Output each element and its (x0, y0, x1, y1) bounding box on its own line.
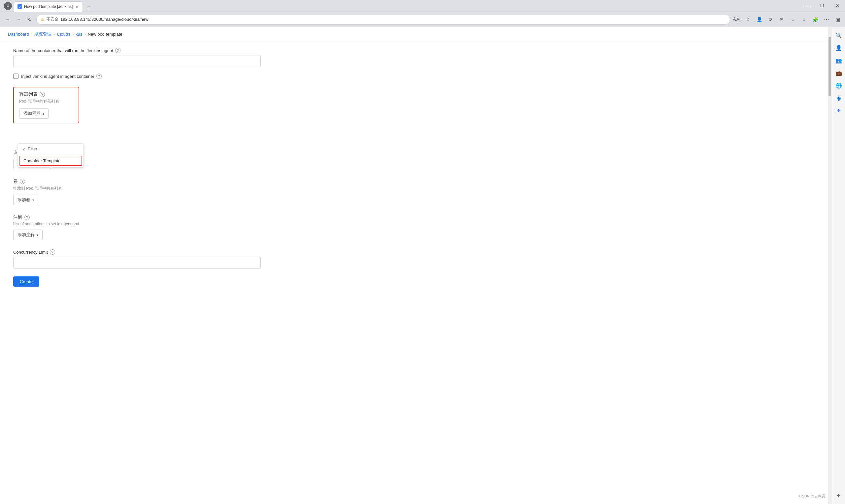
breadcrumb-system[interactable]: 系统管理 (34, 31, 52, 37)
security-warning-icon: ⚠ (40, 17, 45, 22)
annotations-title: 注解 (13, 214, 22, 220)
add-container-label: 添加容器 (23, 110, 40, 116)
forward-button[interactable]: → (14, 15, 23, 24)
inject-checkbox[interactable] (13, 74, 18, 79)
containers-section: 容器列表 ? Pod 代理中的容器列表 添加容器 ▴ (13, 87, 79, 123)
address-bar[interactable]: ⚠ 不安全 192.168.93.145:32000/manage/cloud/… (36, 14, 730, 25)
breadcrumb-sep-1: › (31, 32, 32, 37)
filter-icon: ⊿ (22, 146, 26, 151)
create-button[interactable]: Create (13, 276, 39, 287)
add-container-button[interactable]: 添加容器 ▴ (19, 108, 49, 119)
breadcrumb-dashboard[interactable]: Dashboard (8, 32, 29, 37)
container-name-group: Name of the container that will run the … (13, 48, 267, 67)
containers-help-icon[interactable]: ? (40, 92, 45, 97)
maximize-button[interactable]: ❐ (815, 1, 830, 11)
translate-button[interactable]: Aあ (732, 15, 741, 24)
active-tab[interactable]: J New pod template [Jenkins] ✕ (14, 1, 83, 12)
sidebar-person-button[interactable]: 👤 (833, 42, 844, 53)
more-button[interactable]: ⋯ (822, 15, 831, 24)
scrollbar-thumb[interactable] (828, 37, 831, 96)
inject-help-icon[interactable]: ? (96, 74, 102, 79)
add-volume-label: 添加卷 (17, 197, 30, 203)
breadcrumb-sep-2: › (53, 32, 55, 37)
download-button[interactable]: ↓ (799, 15, 809, 24)
annotations-title-row: 注解 ? (13, 214, 267, 220)
window-controls: — ❐ ✕ (799, 1, 845, 11)
containers-desc: Pod 代理中的容器列表 (19, 98, 73, 104)
user-avatar[interactable]: U (4, 2, 12, 10)
inject-label[interactable]: Inject Jenkins agent in agent container … (21, 74, 102, 79)
add-annotation-label: 添加注解 (17, 232, 35, 238)
container-name-help-icon[interactable]: ? (115, 48, 121, 53)
sidebar-globe-button[interactable]: 🌐 (833, 80, 844, 91)
refresh-account-button[interactable]: ↺ (766, 15, 775, 24)
volumes-section: 卷 ? 挂载到 Pod 代理中的卷列表 添加卷 ▾ (13, 178, 267, 205)
add-volume-button[interactable]: 添加卷 ▾ (13, 195, 38, 205)
concurrency-limit-input[interactable] (13, 257, 261, 269)
breadcrumb-sep-3: › (72, 32, 74, 37)
containers-title-row: 容器列表 ? (19, 91, 73, 97)
tab-close-button[interactable]: ✕ (75, 4, 79, 9)
bookmark-button[interactable]: ☆ (743, 15, 753, 24)
inject-checkbox-row: Inject Jenkins agent in agent container … (13, 74, 267, 79)
content-area: Dashboard › 系统管理 › Clouds › k8s › New po… (0, 27, 828, 504)
annotations-desc: List of annotations to set in agent pod (13, 222, 267, 226)
volumes-help-icon[interactable]: ? (20, 179, 25, 184)
annotations-help-icon[interactable]: ? (24, 215, 30, 220)
dropdown-filter-row: ⊿ Filter (18, 144, 84, 155)
containers-title: 容器列表 (19, 91, 38, 97)
security-label: 不安全 (47, 17, 58, 22)
reload-button[interactable]: ↻ (25, 15, 34, 24)
breadcrumb-k8s[interactable]: k8s (75, 32, 82, 37)
volumes-title-row: 卷 ? (13, 178, 267, 184)
add-annotation-button[interactable]: 添加注解 ▾ (13, 230, 42, 240)
annotations-section: 注解 ? List of annotations to set in agent… (13, 214, 267, 240)
close-button[interactable]: ✕ (830, 1, 845, 11)
breadcrumb-sep-4: › (84, 32, 86, 37)
container-name-label: Name of the container that will run the … (13, 48, 267, 53)
back-button[interactable]: ← (3, 15, 12, 24)
concurrency-help-icon[interactable]: ? (50, 249, 55, 255)
sidebar-people-button[interactable]: 👥 (833, 55, 844, 66)
breadcrumb: Dashboard › 系统管理 › Clouds › k8s › New po… (0, 27, 828, 41)
split-button[interactable]: ⊟ (777, 15, 786, 24)
scrollbar-track[interactable] (828, 27, 832, 504)
tab-title: New pod template [Jenkins] (24, 4, 73, 9)
add-annotation-chevron-icon: ▾ (37, 233, 38, 237)
new-tab-button[interactable]: + (84, 3, 93, 12)
breadcrumb-current: New pod template (88, 32, 122, 37)
filter-label: Filter (28, 146, 37, 151)
container-name-input[interactable] (13, 55, 261, 67)
sidebar-message-button[interactable]: ✈ (833, 105, 844, 116)
right-sidebar: 🔍 👤 👥 💼 🌐 ◉ ✈ + (832, 27, 845, 504)
concurrency-limit-label: Concurrency Limit ? (13, 249, 267, 255)
chevron-up-icon: ▴ (42, 112, 44, 115)
profile-button[interactable]: 👤 (755, 15, 764, 24)
address-url: 192.168.93.145:32000/manage/cloud/k8s/ne… (60, 17, 148, 22)
container-template-item[interactable]: Container Template (19, 156, 82, 166)
add-volume-chevron-icon: ▾ (32, 198, 34, 202)
sidebar-add-button[interactable]: + (833, 490, 844, 501)
extensions-button[interactable]: 🧩 (811, 15, 820, 24)
sidebar-briefcase-button[interactable]: 💼 (833, 67, 844, 78)
tab-favicon: J (17, 4, 22, 9)
minimize-button[interactable]: — (799, 1, 815, 11)
volumes-desc: 挂载到 Pod 代理中的卷列表 (13, 186, 267, 191)
sidebar-search-button[interactable]: 🔍 (833, 30, 844, 41)
sidebar-toggle-button[interactable]: ▣ (833, 15, 842, 24)
sidebar-outlook-button[interactable]: ◉ (833, 92, 844, 104)
add-container-dropdown: ⊿ Filter Container Template (18, 143, 84, 167)
watermark: CSDN @云教员 (799, 494, 825, 499)
volumes-title: 卷 (13, 178, 18, 184)
concurrency-limit-group: Concurrency Limit ? (13, 249, 267, 269)
favorites-button[interactable]: ☆ (788, 15, 797, 24)
breadcrumb-clouds[interactable]: Clouds (57, 32, 70, 37)
